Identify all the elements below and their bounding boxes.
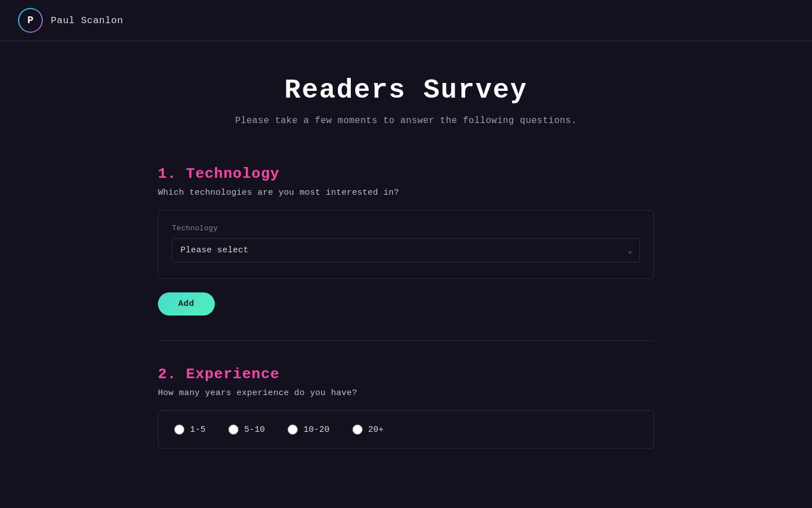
radio-item-10-20[interactable]: 10-20 bbox=[288, 424, 330, 435]
navbar: P Paul Scanlon bbox=[0, 0, 812, 41]
add-button[interactable]: Add bbox=[158, 292, 215, 316]
radio-label-5-10: 5-10 bbox=[244, 425, 265, 435]
radio-item-1-5[interactable]: 1-5 bbox=[174, 424, 206, 435]
section-experience-title: 2. Experience bbox=[158, 366, 654, 383]
radio-item-5-10[interactable]: 5-10 bbox=[228, 424, 265, 435]
technology-select[interactable]: Please select JavaScript TypeScript Reac… bbox=[172, 238, 640, 262]
section-experience-question: How many years experience do you have? bbox=[158, 388, 654, 398]
radio-10-20[interactable] bbox=[288, 424, 298, 435]
section-technology-header: 1. Technology Which technologies are you… bbox=[158, 165, 654, 198]
avatar: P bbox=[18, 8, 43, 33]
experience-radio-card: 1-5 5-10 10-20 20+ bbox=[158, 410, 654, 449]
radio-item-20plus[interactable]: 20+ bbox=[352, 424, 384, 435]
radio-label-20plus: 20+ bbox=[368, 425, 384, 435]
section-technology-title: 1. Technology bbox=[158, 165, 654, 182]
technology-card: Technology Please select JavaScript Type… bbox=[158, 210, 654, 279]
page-title-section: Readers Survey Please take a few moments… bbox=[158, 75, 654, 126]
radio-5-10[interactable] bbox=[228, 424, 239, 435]
radio-20plus[interactable] bbox=[352, 424, 363, 435]
technology-select-wrapper: Please select JavaScript TypeScript Reac… bbox=[172, 238, 640, 262]
radio-label-10-20: 10-20 bbox=[303, 425, 330, 435]
main-content: Readers Survey Please take a few moments… bbox=[147, 41, 665, 483]
technology-field-label: Technology bbox=[172, 224, 640, 233]
avatar-letter: P bbox=[28, 15, 34, 26]
section-technology-question: Which technologies are you most interest… bbox=[158, 188, 654, 198]
page-subtitle: Please take a few moments to answer the … bbox=[158, 116, 654, 126]
page-title: Readers Survey bbox=[158, 75, 654, 106]
section-experience: 2. Experience How many years experience … bbox=[158, 366, 654, 449]
section-experience-header: 2. Experience How many years experience … bbox=[158, 366, 654, 398]
radio-1-5[interactable] bbox=[174, 424, 184, 435]
radio-label-1-5: 1-5 bbox=[190, 425, 206, 435]
section-technology: 1. Technology Which technologies are you… bbox=[158, 165, 654, 316]
navbar-username: Paul Scanlon bbox=[51, 15, 123, 26]
section-divider-1 bbox=[158, 340, 654, 341]
